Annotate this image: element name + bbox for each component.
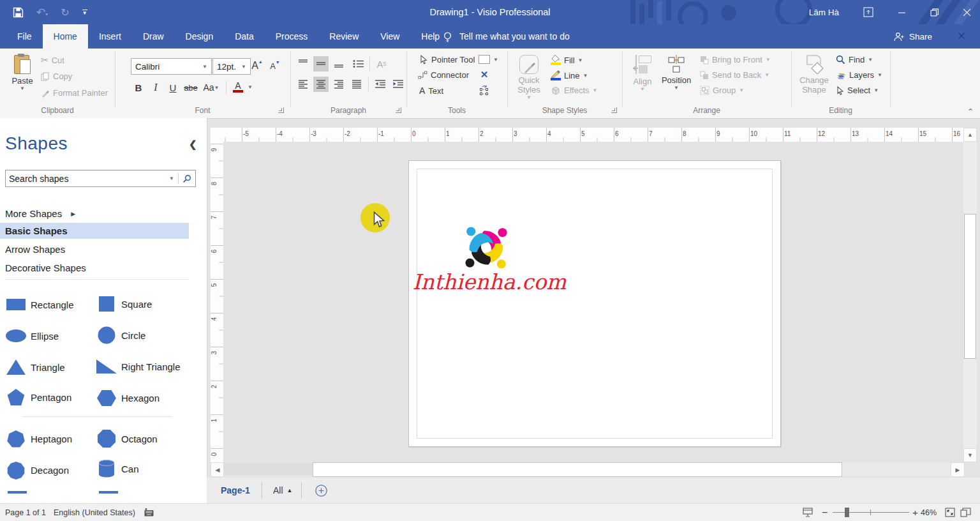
tell-me-box[interactable]: Tell me what you want to do: [442, 24, 570, 49]
vertical-scroll-thumb[interactable]: [964, 214, 976, 359]
insert-page-button[interactable]: [315, 478, 327, 503]
align-middle-button[interactable]: [313, 56, 329, 72]
presentation-mode-icon[interactable]: [803, 504, 813, 521]
ribbon-display-options-icon[interactable]: [863, 7, 873, 17]
scroll-right-button[interactable]: ▶: [951, 462, 965, 477]
category-basic-shapes[interactable]: Basic Shapes: [0, 223, 189, 239]
close-button[interactable]: [963, 8, 971, 17]
font-size-combo[interactable]: 12pt.▼: [212, 58, 251, 75]
collapse-panel-icon[interactable]: ❮: [189, 139, 197, 150]
shrink-font-button[interactable]: A▼: [268, 58, 282, 73]
tab-insert[interactable]: Insert: [88, 24, 132, 49]
text-tool-button[interactable]: A Text: [419, 86, 443, 96]
shape-triangle[interactable]: Triangle: [5, 359, 65, 375]
minimize-button[interactable]: [898, 8, 906, 17]
switch-windows-icon[interactable]: [960, 504, 971, 521]
cut-button[interactable]: ✂ Cut: [41, 55, 64, 65]
paragraph-dialog-launcher[interactable]: [396, 107, 401, 113]
align-bottom-button[interactable]: [331, 56, 346, 72]
position-button[interactable]: Position ▼: [659, 54, 694, 91]
scroll-left-button[interactable]: ◀: [211, 462, 225, 477]
scroll-up-button[interactable]: ▲: [963, 128, 977, 142]
align-right-button[interactable]: [331, 77, 346, 92]
zoom-slider-track[interactable]: [833, 512, 909, 513]
tab-draw[interactable]: Draw: [132, 24, 175, 49]
shape-rectangle[interactable]: Rectangle: [5, 298, 74, 311]
restore-button[interactable]: [930, 8, 939, 17]
page-count[interactable]: Page 1 of 1: [5, 504, 46, 521]
tab-design[interactable]: Design: [175, 24, 225, 49]
shape-ellipse[interactable]: Ellipse: [5, 329, 59, 343]
align-button[interactable]: Align ▼: [628, 54, 657, 92]
user-name[interactable]: Lâm Hà: [809, 8, 839, 17]
font-dialog-launcher[interactable]: [278, 107, 284, 113]
font-family-combo[interactable]: Calibri▼: [131, 58, 212, 75]
zoom-in-button[interactable]: +: [912, 504, 918, 521]
grow-font-button[interactable]: A▲: [250, 58, 264, 73]
bring-to-front-button[interactable]: Bring to Front▼: [700, 55, 771, 64]
shape-right-triangle[interactable]: Right Triangle: [96, 359, 181, 374]
search-shapes-box[interactable]: Search shapes ▼: [5, 170, 196, 187]
drawing-page[interactable]: [408, 160, 781, 447]
more-shapes-item[interactable]: More Shapes ▶: [0, 206, 189, 222]
document-close-icon[interactable]: ✕: [956, 31, 967, 42]
vertical-scrollbar[interactable]: ▲ ▼: [963, 128, 977, 462]
horizontal-scroll-thumb[interactable]: [313, 462, 842, 477]
underline-button[interactable]: U: [167, 80, 179, 94]
logo-pinwheel[interactable]: [458, 220, 514, 276]
quick-styles-button[interactable]: Quick Styles ▼: [512, 54, 546, 100]
shape-heptagon[interactable]: Heptagon: [5, 430, 72, 448]
fit-page-icon[interactable]: [945, 504, 955, 521]
strikethrough-button[interactable]: abe: [182, 80, 199, 94]
collapse-ribbon-icon[interactable]: ⌃: [967, 107, 974, 116]
category-arrow-shapes[interactable]: Arrow Shapes: [0, 241, 189, 257]
font-color-button[interactable]: A: [231, 79, 245, 94]
tab-file[interactable]: File: [6, 24, 43, 49]
paragraph-spacing-button[interactable]: A5: [373, 56, 390, 72]
shape-styles-dialog-launcher[interactable]: [611, 107, 617, 113]
select-button[interactable]: Select▼: [836, 86, 879, 95]
search-shapes-input[interactable]: Search shapes: [6, 174, 165, 184]
fill-button[interactable]: Fill▼: [551, 55, 583, 65]
connection-point-icon[interactable]: ✕: [479, 69, 490, 80]
align-top-button[interactable]: [295, 56, 311, 72]
all-pages-dropdown[interactable]: All ▲: [273, 478, 292, 503]
layers-button[interactable]: Layers▼: [836, 70, 882, 80]
zoom-out-button[interactable]: −: [822, 504, 828, 521]
send-to-back-button[interactable]: Send to Back▼: [700, 70, 769, 80]
bullets-button[interactable]: [350, 56, 367, 72]
shape-circle[interactable]: Circle: [96, 326, 145, 344]
tab-data[interactable]: Data: [224, 24, 265, 49]
decrease-indent-button[interactable]: [372, 77, 389, 92]
tab-view[interactable]: View: [369, 24, 410, 49]
zoom-slider-thumb[interactable]: [845, 508, 849, 517]
zoom-level[interactable]: 46%: [921, 504, 937, 521]
category-decorative-shapes[interactable]: Decorative Shapes: [0, 260, 189, 276]
shape-octagon[interactable]: Octagon: [96, 430, 158, 448]
format-painter-button[interactable]: Format Painter: [41, 88, 108, 98]
font-color-dropdown[interactable]: ▼: [248, 84, 253, 90]
tab-review[interactable]: Review: [318, 24, 369, 49]
horizontal-scrollbar[interactable]: ◀ ▶: [211, 462, 963, 476]
connector-button[interactable]: Connector: [418, 70, 469, 80]
italic-button[interactable]: I: [151, 80, 161, 94]
change-case-button[interactable]: Aa▼: [202, 80, 221, 94]
shape-square[interactable]: Square: [96, 296, 152, 312]
scroll-track[interactable]: [223, 463, 313, 476]
align-left-button[interactable]: [295, 77, 311, 92]
search-icon[interactable]: [179, 174, 195, 183]
language-status[interactable]: English (United States): [54, 504, 135, 521]
scroll-down-button[interactable]: ▼: [963, 448, 977, 462]
transform-icon[interactable]: [478, 84, 491, 97]
shape-can[interactable]: Can: [96, 460, 139, 478]
shape-pentagon[interactable]: Pentagon: [5, 389, 71, 406]
paste-button[interactable]: Paste ▼: [8, 54, 37, 91]
shape-hexagon[interactable]: Hexagon: [96, 390, 160, 406]
search-dropdown-icon[interactable]: ▼: [165, 176, 178, 181]
shape-decagon[interactable]: Decagon: [5, 461, 69, 479]
share-button[interactable]: Share: [893, 24, 932, 49]
logo-text[interactable]: Inthienha.com: [410, 269, 569, 294]
page-tab-page1[interactable]: Page-1: [221, 478, 250, 503]
copy-button[interactable]: Copy: [41, 72, 72, 81]
bold-button[interactable]: B: [133, 80, 144, 94]
